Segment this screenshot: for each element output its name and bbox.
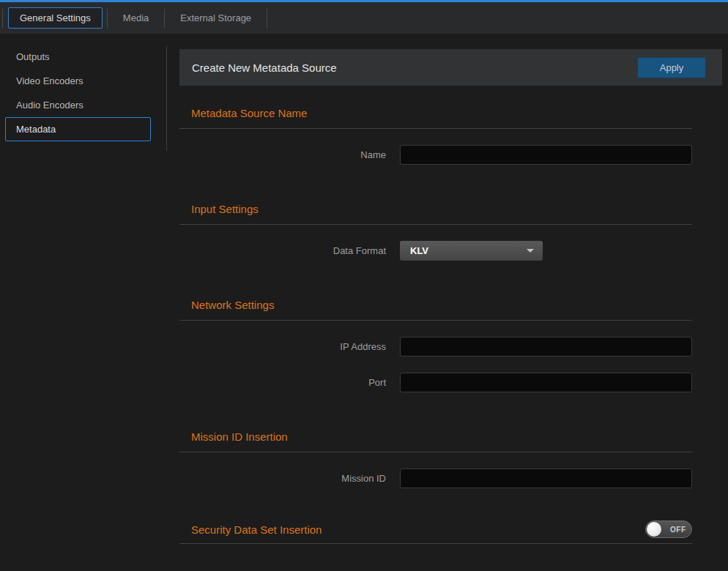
mission-id-input[interactable] (400, 469, 692, 488)
section-network-settings: Network Settings IP Address Port (179, 296, 692, 392)
apply-button[interactable]: Apply (637, 57, 706, 78)
sidebar-item-video-encoders[interactable]: Video Encoders (5, 69, 151, 93)
section-divider (179, 320, 692, 321)
sidebar-vertical-divider (166, 46, 167, 151)
ip-address-label: IP Address (179, 341, 386, 352)
name-label: Name (179, 149, 386, 160)
section-metadata-source-name: Metadata Source Name Name (179, 104, 692, 165)
section-title: Metadata Source Name (191, 107, 307, 119)
main-panel: Create New Metatada Source Apply Metadat… (179, 49, 722, 544)
section-security-data-set-insertion: Security Data Set Insertion OFF (179, 520, 692, 544)
tab-general-settings[interactable]: General Settings (8, 7, 103, 29)
page-title: Create New Metatada Source (192, 61, 637, 74)
metadata-form: Metadata Source Name Name Input Settings… (179, 104, 692, 544)
section-mission-id-insertion: Mission ID Insertion Mission ID (179, 428, 692, 488)
section-divider (179, 543, 692, 544)
section-divider (179, 224, 692, 225)
section-title: Network Settings (191, 299, 274, 311)
form-row: Port (179, 373, 692, 392)
mission-id-label: Mission ID (179, 473, 386, 484)
section-divider (179, 128, 692, 129)
sidebar-item-audio-encoders[interactable]: Audio Encoders (5, 93, 151, 117)
data-format-dropdown[interactable]: KLV (400, 241, 543, 261)
port-label: Port (179, 377, 386, 388)
data-format-label: Data Format (179, 245, 386, 256)
panel-header: Create New Metatada Source Apply (179, 49, 722, 86)
top-tab-bar: General Settings Media External Storage (0, 2, 728, 34)
tab-divider (2, 9, 3, 28)
form-row: Data Format KLV (179, 241, 692, 261)
tab-media[interactable]: Media (108, 7, 164, 29)
sidebar: Outputs Video Encoders Audio Encoders Me… (0, 34, 166, 141)
section-input-settings: Input Settings Data Format KLV (179, 200, 692, 261)
ip-address-input[interactable] (400, 337, 692, 357)
name-input[interactable] (400, 145, 692, 165)
section-title: Security Data Set Insertion (191, 523, 322, 536)
toggle-knob-icon (647, 522, 661, 537)
sidebar-item-metadata[interactable]: Metadata (5, 117, 151, 141)
toggle-state-label: OFF (670, 526, 686, 534)
sidebar-item-outputs[interactable]: Outputs (5, 45, 151, 69)
data-format-value: KLV (410, 245, 428, 256)
tab-external-storage[interactable]: External Storage (165, 7, 267, 29)
tab-divider (267, 9, 267, 28)
section-title: Input Settings (191, 203, 259, 215)
form-row: Name (179, 145, 692, 165)
security-data-set-toggle[interactable]: OFF (645, 520, 692, 538)
chevron-down-icon (527, 249, 534, 253)
form-row: IP Address (179, 337, 692, 357)
section-divider (179, 452, 692, 452)
section-title: Mission ID Insertion (191, 430, 288, 443)
form-row: Mission ID (179, 469, 692, 488)
port-input[interactable] (400, 373, 692, 392)
